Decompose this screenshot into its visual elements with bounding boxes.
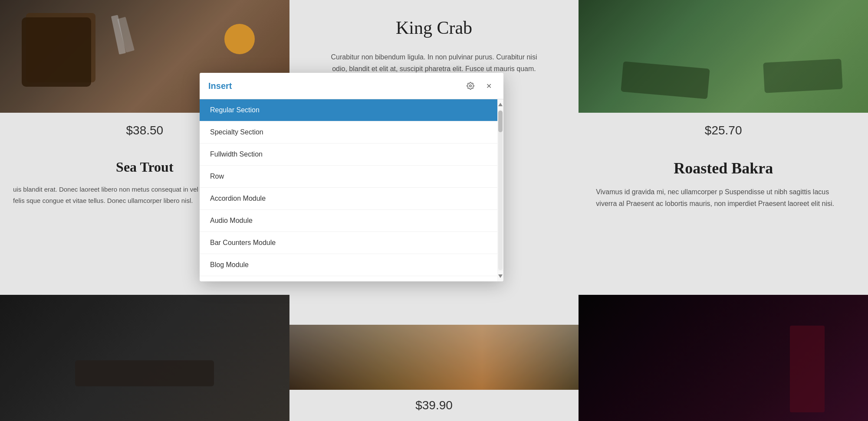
- modal-item-accordion-module[interactable]: Accordion Module: [200, 188, 497, 210]
- scrollbar-thumb[interactable]: [498, 111, 503, 132]
- modal-header-icons: ✕: [464, 80, 495, 92]
- modal-item-bar-counters-module[interactable]: Bar Counters Module: [200, 232, 497, 254]
- settings-button[interactable]: [464, 80, 477, 92]
- modal-item-blurb-module[interactable]: Blurb Module: [200, 276, 497, 281]
- modal-body: Regular Section Specialty Section Fullwi…: [200, 99, 503, 281]
- modal-title: Insert: [208, 81, 232, 91]
- svg-marker-2: [498, 274, 503, 278]
- modal-item-specialty-section[interactable]: Specialty Section: [200, 121, 497, 144]
- modal-item-row[interactable]: Row: [200, 166, 497, 188]
- modal-item-regular-section[interactable]: Regular Section: [200, 99, 497, 121]
- modal-item-fullwidth-section[interactable]: Fullwidth Section: [200, 144, 497, 166]
- modal-items-list: Regular Section Specialty Section Fullwi…: [200, 99, 497, 281]
- modal-item-audio-module[interactable]: Audio Module: [200, 210, 497, 232]
- scrollbar-track[interactable]: [498, 111, 503, 270]
- modal-item-blog-module[interactable]: Blog Module: [200, 254, 497, 276]
- svg-point-0: [470, 85, 472, 87]
- modal-header: Insert ✕: [200, 73, 503, 99]
- close-button[interactable]: ✕: [483, 80, 495, 92]
- scroll-up-arrow[interactable]: [498, 99, 503, 110]
- scroll-down-arrow[interactable]: [498, 271, 503, 281]
- svg-marker-1: [498, 103, 503, 106]
- insert-modal: Insert ✕ Regular Section Specialty Secti…: [200, 73, 503, 281]
- modal-scrollbar[interactable]: [497, 99, 503, 281]
